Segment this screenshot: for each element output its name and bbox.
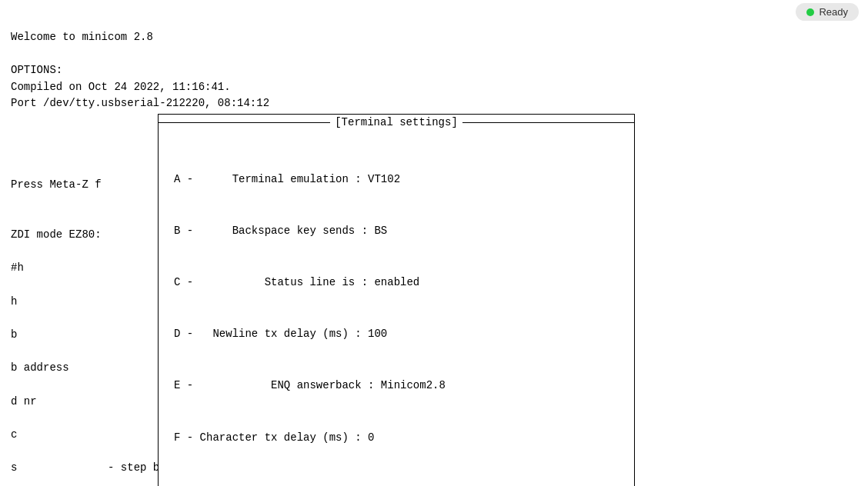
row-a-key: A - — [174, 173, 193, 185]
ready-badge: Ready — [796, 3, 859, 21]
dialog-row-d: D - Newline tx delay (ms) : 100 — [174, 325, 619, 342]
dialog-title-bar: [Terminal settings] — [158, 115, 635, 130]
row-f-key: F - — [174, 431, 193, 444]
dialog-row-e: E - ENQ answerback : Minicom2.8 — [174, 377, 619, 394]
welcome-line: Welcome to minicom 2.8 — [11, 31, 153, 43]
options-label: OPTIONS: — [11, 64, 62, 76]
compiled-line: Compiled on Oct 24 2022, 11:16:41. — [11, 81, 231, 93]
row-c-label: Status line is : enabled — [193, 276, 419, 288]
ready-label: Ready — [819, 6, 848, 18]
dialog-row-f: F - Character tx delay (ms) : 0 — [174, 429, 619, 446]
zdi-mode-line: ZDI mode EZ80: — [11, 228, 102, 241]
row-b-label: Backspace key sends : BS — [193, 225, 387, 237]
row-c-key: C - — [174, 276, 193, 288]
hash-h-line: #h — [11, 261, 24, 274]
row-b-key: B - — [174, 225, 193, 237]
row-d-label: Newline tx delay (ms) : 100 — [193, 328, 387, 340]
row-f-label: Character tx delay (ms) : 0 — [193, 431, 374, 444]
dialog-row-c: C - Status line is : enabled — [174, 274, 619, 291]
h-line: h — [11, 295, 17, 308]
row-e-key: E - — [174, 379, 193, 391]
dialog-row-b: B - Backspace key sends : BS — [174, 222, 619, 239]
b-line: b — [11, 328, 17, 341]
press-meta-line: Press Meta-Z f — [11, 178, 102, 191]
b-address-line: b address — [11, 361, 69, 374]
dialog-title: [Terminal settings] — [330, 116, 462, 128]
c-line: c — [11, 428, 17, 441]
row-d-key: D - — [174, 328, 193, 340]
ready-dot — [806, 8, 814, 16]
terminal-content: Welcome to minicom 2.8 OPTIONS: Compiled… — [11, 8, 857, 129]
port-line: Port /dev/tty.usbserial-212220, 08:14:12 — [11, 97, 269, 109]
top-bar: Ready — [786, 0, 868, 24]
d-nr-line: d nr — [11, 395, 37, 408]
row-a-label: Terminal emulation : VT102 — [193, 173, 400, 185]
terminal-settings-dialog: [Terminal settings] A - Terminal emulati… — [158, 114, 635, 486]
row-e-label: ENQ answerback : Minicom2.8 — [193, 379, 446, 391]
terminal-window: Ready Welcome to minicom 2.8 OPTIONS: Co… — [0, 0, 868, 486]
dialog-body: A - Terminal emulation : VT102 B - Backs… — [159, 130, 634, 486]
dialog-row-a: A - Terminal emulation : VT102 — [174, 171, 619, 188]
